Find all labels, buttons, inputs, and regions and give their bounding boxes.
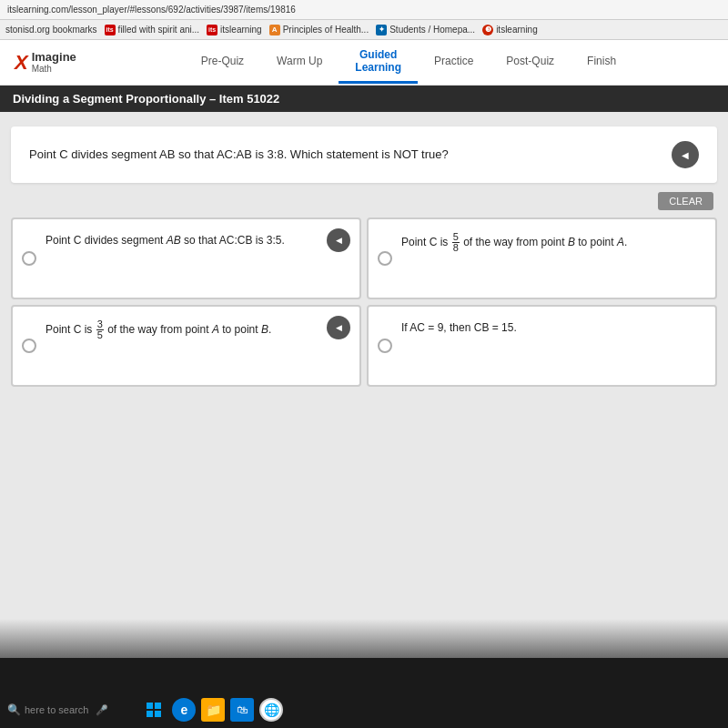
bookmark-stonisd[interactable]: stonisd.org bookmarks [5,25,97,35]
answer-text-b: Point C is 5 8 of the way from point B t… [401,232,654,253]
answer-grid: Point C divides segment AB so that AC:CB… [11,217,717,387]
answer-radio-d[interactable] [378,339,392,353]
taskbar-folder-icon[interactable]: 📁 [201,698,225,722]
store-icon-symbol: 🛍 [237,703,248,716]
taskbar-search-mic-icon: 🎤 [96,704,108,716]
search-icon: 🔍 [7,703,21,716]
taskbar-search-label: here to search [25,704,88,715]
bookmark-students-icon: ✦ [376,25,387,35]
logo-x-icon: X [15,51,28,75]
bookmarks-bar: stonisd.org bookmarks its filled with sp… [0,20,728,40]
nav-items: Pre-Quiz Warm Up GuidedLearning Practice… [104,41,713,85]
chrome-icon-symbol: 🌐 [264,703,279,717]
logo-imagine: Imagine [32,51,76,64]
answer-cell-a[interactable]: Point C divides segment AB so that AC:CB… [11,217,361,299]
answer-text-c: Point C is 3 5 of the way from point A t… [46,319,298,340]
taskbar-chrome-icon[interactable]: 🌐 [259,698,283,722]
bookmark-students[interactable]: ✦ Students / Homepa... [376,25,475,35]
nav-guided-learning[interactable]: GuidedLearning [339,41,418,85]
fraction-b: 5 8 [452,232,460,253]
folder-icon-symbol: 📁 [206,703,221,717]
bookmark-itslearning2-icon: ❸ [482,25,493,35]
answer-text-a: Point C divides segment AB so that AC:CB… [46,232,312,248]
address-bar: itslearning.com/lesson_player/#lessons/6… [0,0,728,20]
taskbar-search[interactable]: 🔍 here to search 🎤 [7,703,108,716]
svg-rect-3 [155,711,161,717]
nav-guided-learning-label: GuidedLearning [355,48,401,74]
bookmark-itslearning2[interactable]: ❸ itslearning [482,25,538,35]
question-box: Point C divides segment AB so that AC:AB… [11,126,717,183]
taskbar-windows-icon[interactable] [141,697,167,723]
app-container: X Imagine Math Pre-Quiz Warm Up GuidedLe… [0,40,728,658]
bookmark-itslearning1-icon: its [207,25,217,35]
svg-rect-0 [147,703,153,709]
edge-icon-symbol: e [180,703,187,717]
bookmark-stonisd-label: stonisd.org bookmarks [5,25,97,35]
bookmark-principles-label: Principles of Health... [283,25,369,35]
bookmark-itslearning2-label: itslearning [496,25,538,35]
answer-cell-d[interactable]: If AC = 9, then CB = 15. [367,305,717,387]
bookmark-itslearning1[interactable]: its itslearning [207,25,262,35]
fraction-b-den: 8 [452,243,460,253]
bookmark-itslearning1-label: itslearning [220,25,262,35]
nav-pre-quiz[interactable]: Pre-Quiz [185,47,260,77]
answer-audio-button-a[interactable] [327,228,350,252]
nav-finish[interactable]: Finish [571,47,632,77]
fraction-c: 3 5 [96,319,104,340]
page-title: Dividing a Segment Proportionally – Item… [13,92,279,106]
bookmark-students-label: Students / Homepa... [389,25,475,35]
answer-cell-b[interactable]: Point C is 5 8 of the way from point B t… [367,217,717,299]
taskbar-store-icon[interactable]: 🛍 [230,698,254,722]
logo-text: Imagine Math [32,51,76,74]
bookmark-principles-icon: A [269,25,280,35]
bookmark-spirit-icon: its [105,25,116,35]
logo-math: Math [32,64,76,74]
top-nav: X Imagine Math Pre-Quiz Warm Up GuidedLe… [0,40,728,86]
svg-rect-2 [147,711,153,717]
address-text: itslearning.com/lesson_player/#lessons/6… [7,5,296,15]
taskbar-icons: e 📁 🛍 🌐 [141,697,283,723]
taskbar-edge-icon[interactable]: e [172,698,196,722]
nav-practice[interactable]: Practice [418,47,490,77]
main-content: Point C divides segment AB so that AC:AB… [0,112,728,658]
nav-warm-up[interactable]: Warm Up [260,47,339,77]
nav-post-quiz[interactable]: Post-Quiz [490,47,571,77]
bookmark-principles[interactable]: A Principles of Health... [269,25,369,35]
answer-text-d: If AC = 9, then CB = 15. [401,319,544,336]
logo-area: X Imagine Math [15,51,76,75]
svg-rect-1 [155,703,161,709]
bookmark-spirit-label: filled with spirit ani... [118,25,199,35]
bookmark-spirit[interactable]: its filled with spirit ani... [105,25,199,35]
fraction-c-den: 5 [96,330,104,340]
answer-cell-c[interactable]: Point C is 3 5 of the way from point A t… [11,305,361,387]
answer-radio-b[interactable] [378,251,392,266]
question-text: Point C divides segment AB so that AC:AB… [29,146,662,164]
question-audio-button[interactable] [672,141,699,168]
clear-button[interactable]: CLEAR [658,192,713,210]
taskbar: 🔍 here to search 🎤 e 📁 🛍 🌐 [0,692,728,728]
answer-radio-a[interactable] [22,251,36,266]
page-header: Dividing a Segment Proportionally – Item… [0,86,728,112]
answer-audio-button-c[interactable] [327,316,350,339]
clear-btn-row: CLEAR [11,192,717,210]
answer-radio-c[interactable] [22,339,36,353]
